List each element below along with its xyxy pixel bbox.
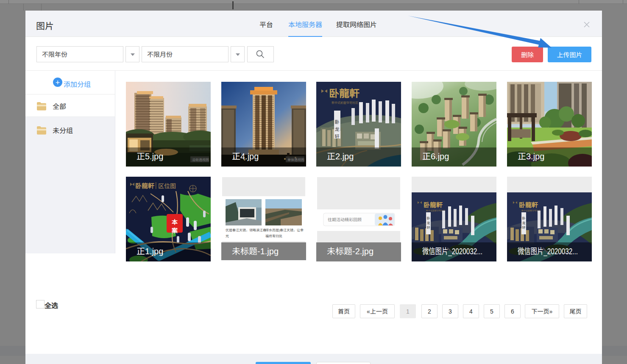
- svg-text:正3.jpg: 正3.jpg: [518, 150, 544, 162]
- svg-text:正5.jpg: 正5.jpg: [137, 150, 163, 162]
- svg-text:卧龍軒: 卧龍軒: [329, 85, 359, 100]
- svg-text:本案: 本案: [170, 217, 179, 234]
- svg-text:正1.jpg: 正1.jpg: [137, 245, 163, 257]
- svg-text:新中式韵墅华宅社区: 新中式韵墅华宅社区: [332, 100, 358, 105]
- svg-text:微信图片_2020032...: 微信图片_2020032...: [422, 245, 482, 257]
- svg-text:卧龍軒: 卧龍軒: [519, 200, 538, 209]
- svg-text:卧龙轩: 卧龙轩: [334, 118, 340, 140]
- svg-text:微信图片_2020032...: 微信图片_2020032...: [518, 245, 578, 257]
- svg-text:未标题-1.jpg: 未标题-1.jpg: [232, 245, 279, 257]
- svg-text:卧龍軒: 卧龍軒: [424, 200, 443, 209]
- svg-text:择水而居|春江天镜，让幸: 择水而居|春江天镜，让幸: [265, 228, 304, 232]
- svg-text:正6.jpg: 正6.jpg: [422, 150, 449, 162]
- svg-text:优居春江天镜，领略滨江春: 优居春江天镜，领略滨江春: [226, 228, 266, 232]
- svg-text:卧龙轩: 卧龙轩: [521, 216, 526, 230]
- svg-text:区位图: 区位图: [158, 181, 176, 190]
- svg-text:卧龍軒: 卧龍軒: [135, 181, 154, 190]
- svg-text:卧龙轩: 卧龙轩: [426, 216, 431, 230]
- svg-text:正4.jpg: 正4.jpg: [232, 150, 259, 162]
- svg-text:正2.jpg: 正2.jpg: [327, 150, 354, 162]
- svg-text:往期活动精彩回顾: 往期活动精彩回顾: [328, 216, 362, 222]
- svg-text:光: 光: [226, 233, 229, 238]
- svg-text:福终有归处: 福终有归处: [265, 233, 282, 238]
- svg-text:未标题-2.jpg: 未标题-2.jpg: [327, 245, 373, 257]
